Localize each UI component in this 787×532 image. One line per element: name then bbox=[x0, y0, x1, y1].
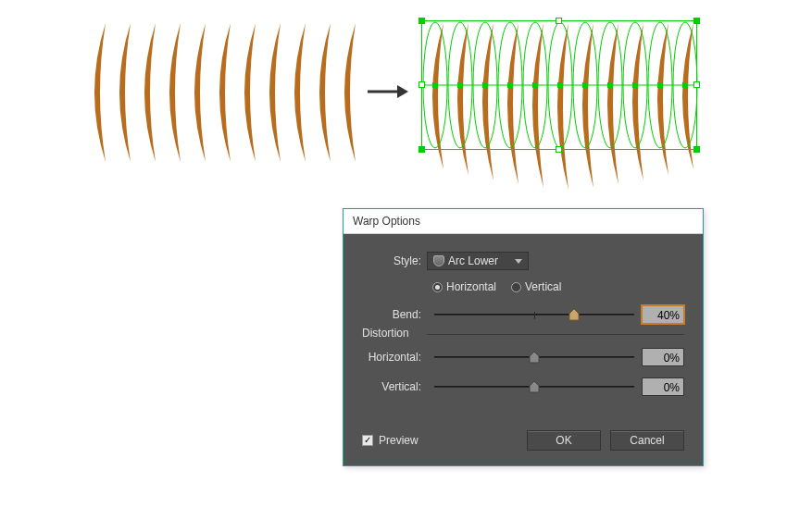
bend-slider-thumb[interactable] bbox=[568, 308, 580, 321]
distortion-v-slider[interactable] bbox=[434, 386, 634, 388]
svg-marker-27 bbox=[530, 381, 539, 392]
orientation-vertical-label: Vertical bbox=[525, 280, 561, 293]
distortion-h-thumb[interactable] bbox=[529, 351, 540, 364]
ok-button[interactable]: OK bbox=[527, 430, 601, 451]
distortion-v-thumb[interactable] bbox=[529, 380, 540, 393]
canvas-artwork bbox=[83, 19, 704, 194]
svg-marker-1 bbox=[397, 85, 408, 98]
orientation-vertical-radio[interactable]: Vertical bbox=[511, 280, 561, 293]
arc-lower-icon bbox=[433, 255, 444, 266]
style-dropdown[interactable]: Arc Lower bbox=[427, 252, 529, 270]
orientation-horizontal-radio[interactable]: Horizontal bbox=[432, 280, 496, 293]
bend-value-input[interactable]: 40% bbox=[642, 305, 684, 324]
preview-label: Preview bbox=[379, 434, 418, 447]
orientation-horizontal-label: Horizontal bbox=[446, 280, 496, 293]
distortion-v-input[interactable]: 0% bbox=[642, 377, 684, 396]
svg-rect-14 bbox=[432, 82, 438, 88]
distortion-h-label: Horizontal: bbox=[362, 351, 427, 364]
dialog-title[interactable]: Warp Options bbox=[344, 209, 703, 234]
distortion-legend: Distortion bbox=[362, 327, 409, 340]
arrow-icon bbox=[366, 83, 408, 103]
svg-rect-23 bbox=[657, 82, 663, 88]
svg-rect-24 bbox=[682, 82, 688, 88]
svg-rect-18 bbox=[532, 82, 538, 88]
svg-rect-21 bbox=[607, 82, 613, 88]
warp-options-dialog: Warp Options Style: Arc Lower Horizontal… bbox=[343, 208, 704, 466]
distortion-v-label: Vertical: bbox=[362, 380, 427, 393]
distortion-h-slider[interactable] bbox=[434, 356, 634, 358]
arc-pattern-warped[interactable] bbox=[421, 19, 699, 204]
arc-pattern-original bbox=[83, 19, 361, 169]
svg-rect-22 bbox=[632, 82, 638, 88]
distortion-h-input[interactable]: 0% bbox=[642, 348, 684, 366]
bend-slider[interactable] bbox=[434, 314, 634, 315]
svg-marker-26 bbox=[530, 352, 539, 363]
bend-label: Bend: bbox=[362, 308, 427, 321]
svg-rect-17 bbox=[507, 82, 513, 88]
style-value: Arc Lower bbox=[448, 254, 498, 267]
radio-icon bbox=[511, 282, 521, 292]
svg-rect-15 bbox=[457, 82, 463, 88]
svg-rect-20 bbox=[582, 82, 588, 88]
chevron-down-icon bbox=[515, 259, 522, 264]
style-label: Style: bbox=[362, 254, 427, 267]
svg-marker-25 bbox=[569, 309, 579, 320]
preview-checkbox[interactable]: ✓ bbox=[362, 435, 373, 446]
svg-rect-16 bbox=[482, 82, 488, 88]
svg-rect-19 bbox=[557, 82, 563, 88]
cancel-button[interactable]: Cancel bbox=[610, 430, 684, 451]
radio-icon bbox=[432, 282, 443, 292]
